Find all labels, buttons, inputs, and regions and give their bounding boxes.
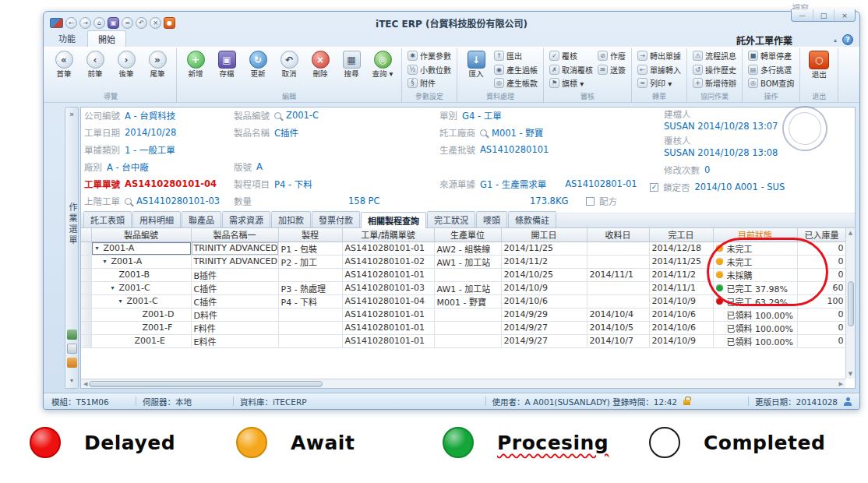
scroll-down-icon[interactable]: ▼ xyxy=(849,371,852,377)
lookup-icon[interactable] xyxy=(125,198,132,205)
nav-forward-icon[interactable]: → xyxy=(79,17,91,29)
detail-tab-發票付款[interactable]: 發票付款 xyxy=(312,211,360,227)
expander-icon[interactable]: ▾ xyxy=(104,258,111,265)
query-button[interactable]: ◎查詢 ▾ xyxy=(368,49,397,90)
grid-row[interactable]: Z001-DD料件AS1410280101-012014/9/292014/10… xyxy=(81,308,846,321)
detail-tab-完工狀況[interactable]: 完工狀況 xyxy=(427,211,475,227)
ribbon-collapse-icon[interactable]: ▴ xyxy=(834,37,837,44)
grid-row[interactable]: Z001-BB插件AS1410280101-012014/10/252014/1… xyxy=(81,268,846,281)
nav-back-icon[interactable]: ← xyxy=(65,17,77,29)
export-button[interactable]: ↑匯出 xyxy=(492,50,524,62)
field-value[interactable]: A xyxy=(256,161,263,172)
field-value[interactable]: 2014/10/28 xyxy=(125,127,176,138)
field-value[interactable]: A - 台貿科技 xyxy=(125,109,175,122)
close-button[interactable]: × xyxy=(834,9,855,21)
field-value[interactable]: 1 - 一般工單 xyxy=(125,143,175,156)
field-value[interactable]: A - 台中廠 xyxy=(107,160,149,173)
detail-tab-嘜頭[interactable]: 嘜頭 xyxy=(476,211,507,227)
column-header-qty[interactable]: 已入庫量 xyxy=(797,228,846,242)
horizontal-scrollbar[interactable]: ◀ ▶ xyxy=(81,379,845,388)
document-icon[interactable] xyxy=(67,344,77,354)
help-icon[interactable]: ? xyxy=(842,34,853,45)
scroll-left-icon[interactable]: ◀ xyxy=(83,381,87,387)
ribbon-tab-開始[interactable]: 開始 xyxy=(87,30,126,47)
undo-button[interactable]: ↶取消 xyxy=(274,49,304,90)
detail-tab-相關製程查詢[interactable]: 相關製程查詢 xyxy=(361,212,426,228)
field-value[interactable]: AS1410280101 xyxy=(480,144,549,155)
column-header-start[interactable]: 開工日 xyxy=(501,228,587,242)
grid-row[interactable]: ▾Z001-CC插件P4 - 下料AS1410280101-04M001 - 野… xyxy=(81,294,846,308)
gear-button[interactable]: ✱作業參數 xyxy=(406,50,453,62)
grid-row[interactable]: Z001-FF料件AS1410280101-012014/9/272014/10… xyxy=(81,321,846,334)
save-icon[interactable]: ▣ xyxy=(108,17,119,29)
add-button[interactable]: +新增 xyxy=(181,49,210,90)
void-button[interactable]: ⊘作廢 xyxy=(596,50,627,62)
detail-tab-用料明細[interactable]: 用料明細 xyxy=(132,211,181,227)
horizontal-scroll-thumb[interactable] xyxy=(89,381,323,387)
approve-button[interactable]: ✓覆核 xyxy=(548,50,579,62)
minimize-button[interactable]: — xyxy=(792,9,813,21)
decimal-button[interactable]: ½小數位數 xyxy=(406,64,453,76)
column-header-process[interactable]: 製程 xyxy=(278,228,342,242)
field-value[interactable]: C插件 xyxy=(274,126,298,139)
exit-button[interactable]: ○退出 xyxy=(804,49,834,90)
import-button[interactable]: ↓匯入 xyxy=(461,49,491,90)
flag-button[interactable]: ⚑旗標 ▾ xyxy=(548,77,585,89)
voucher-button[interactable]: ◎產生帳款 xyxy=(492,77,539,89)
grid-row[interactable]: ▾Z001-ATRINITY ADVANCED SL 0P2 - 加工AS141… xyxy=(81,255,846,268)
ribbon-tab-功能[interactable]: 功能 xyxy=(48,30,86,47)
column-header-status[interactable]: 目前狀態 xyxy=(713,228,797,242)
field-value[interactable]: G4 - 工單 xyxy=(462,109,502,122)
print-icon[interactable]: ≡ xyxy=(122,17,133,29)
nav-next-button[interactable]: ›後筆 xyxy=(111,49,141,90)
stop-button[interactable]: ■轉單停產 xyxy=(746,50,793,62)
delete-button[interactable]: ×刪除 xyxy=(305,49,335,90)
post-button[interactable]: ◉產生過帳 xyxy=(492,64,539,76)
detail-tab-託工表頭[interactable]: 託工表頭 xyxy=(83,211,132,227)
grid-row[interactable]: Z001-EE料件AS1410280101-012014/9/272014/10… xyxy=(81,334,846,347)
scroll-right-icon[interactable]: ▶ xyxy=(839,381,843,387)
expander-icon[interactable]: ▾ xyxy=(119,298,127,305)
cut-icon[interactable]: × xyxy=(150,17,161,29)
attach-button[interactable]: §附件 xyxy=(406,77,437,89)
sidebar-expand-icon[interactable]: » xyxy=(69,110,74,118)
scroll-up-icon[interactable]: ▲ xyxy=(849,230,852,236)
nav-prev-button[interactable]: ‹前筆 xyxy=(80,49,110,90)
sidebar-vertical-label[interactable]: 作業選單 xyxy=(65,203,78,246)
grid-row[interactable]: ▾Z001-CC插件P3 - 熱處理AS1410280101-03AW1 - 加… xyxy=(81,281,846,294)
save-button[interactable]: ▣存檔 xyxy=(212,49,242,90)
field-value[interactable]: G1 - 生產需求單 xyxy=(480,178,546,190)
sidebar-more-icon[interactable]: ▾ xyxy=(70,377,73,384)
detail-tab-需求資源[interactable]: 需求資源 xyxy=(222,211,270,227)
unapprove-button[interactable]: ✗取消覆核 xyxy=(548,64,595,76)
sign-button[interactable]: ✉送簽 xyxy=(596,64,627,76)
expander-icon[interactable]: ▾ xyxy=(111,284,119,291)
refresh-button[interactable]: ↻更新 xyxy=(243,49,273,90)
lookup-icon[interactable] xyxy=(480,129,487,136)
lookup-icon[interactable] xyxy=(274,112,281,119)
record-icon[interactable]: ● xyxy=(164,17,175,29)
field-value[interactable]: 158 PC xyxy=(348,196,380,206)
history-button[interactable]: ↺操作歷史 xyxy=(691,64,738,76)
field-value-2[interactable]: AS14102801-01 xyxy=(565,178,637,189)
column-header-unit[interactable]: 生產單位 xyxy=(434,228,501,242)
grid-row[interactable]: ▾Z001-ATRINITY ADVANCED SL 0P1 - 包裝AS141… xyxy=(81,242,846,255)
home-icon[interactable]: ⌂ xyxy=(94,17,105,29)
nav-last-button[interactable]: »尾筆 xyxy=(143,49,172,90)
task-button[interactable]: +新增待辦 xyxy=(691,77,738,89)
field-value[interactable]: AS1410280101-03 xyxy=(136,196,220,206)
detail-tab-加扣款[interactable]: 加扣款 xyxy=(271,211,311,227)
column-header-code[interactable]: 製品編號 xyxy=(91,228,191,242)
field-value[interactable]: AS1410280101-04 xyxy=(125,178,217,189)
field-value[interactable]: Z001-C xyxy=(286,110,319,121)
transfer-out-button[interactable]: →轉出單據 xyxy=(636,50,683,62)
app-logo-icon[interactable] xyxy=(50,18,63,28)
column-header-receive[interactable]: 收料日 xyxy=(587,228,649,242)
pick-button[interactable]: ▤多行挑選 xyxy=(746,64,793,76)
detail-tab-條款備註[interactable]: 條款備註 xyxy=(508,211,556,227)
folder-icon[interactable] xyxy=(67,358,77,368)
expander-icon[interactable]: ▾ xyxy=(96,245,104,252)
maximize-button[interactable]: □ xyxy=(813,9,834,21)
user-icon[interactable] xyxy=(67,330,77,340)
vertical-scrollbar[interactable]: ▲ ▼ xyxy=(845,228,855,379)
